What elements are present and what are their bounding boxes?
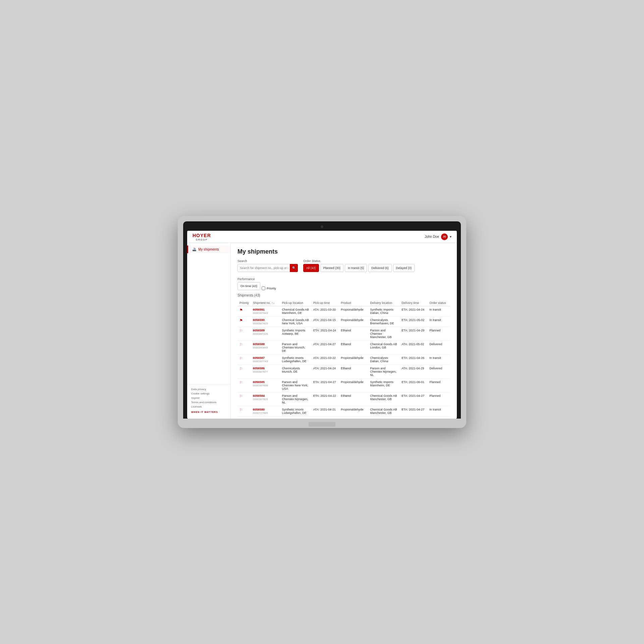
terms-link[interactable]: Terms and conditions — [191, 400, 226, 405]
filter-delayed[interactable]: Delayed (0) — [393, 264, 415, 272]
table-row: ⚑ 6056591 0000397843 Chemical Goods AB M… — [237, 306, 450, 317]
status-filters: All (43) Planned (30) In transit (5) Del… — [303, 264, 415, 272]
shipment-sub: 0000397825 — [253, 398, 268, 401]
shipments-table: Priority Shipment no. ↑↓ Pick-up locatio… — [237, 300, 450, 419]
cell-order-status: Planned — [427, 327, 450, 341]
cell-shipment-no: 6056585 0000397898 — [251, 379, 280, 392]
th-product: Product — [339, 300, 368, 306]
cell-shipment-no: 6056590 0000397825 — [251, 317, 280, 327]
shipment-link[interactable]: 6056579 — [253, 418, 278, 419]
filter-planned[interactable]: Planned (30) — [320, 264, 344, 272]
cell-product: Propionaldehyde — [339, 306, 368, 317]
cell-pickup-time: ETA: 2021-04-22 — [311, 417, 339, 419]
priority-flag-outline-icon: ⚐ — [239, 342, 243, 346]
priority-flag-outline-icon: ⚐ — [239, 418, 243, 419]
performance-section: Performance On time (43) Priority — [237, 277, 276, 290]
chevron-down-icon: ▾ — [450, 235, 451, 238]
th-delivery-time: Delivery time — [399, 300, 427, 306]
shipment-link[interactable]: 6056585 — [253, 380, 278, 384]
search-section: Search 🔍 — [237, 259, 298, 272]
cell-delivery-loc: Synthetic Imports Dalian, China — [368, 306, 399, 317]
shipment-link[interactable]: 6056586 — [253, 367, 278, 370]
cell-product: Propionaldehyde — [339, 406, 368, 417]
sidebar-item-my-shipments[interactable]: 🚢 My shipments — [187, 246, 230, 253]
cell-pickup-time: ETA: 2021-04-22 — [311, 392, 339, 406]
imprint-link[interactable]: Imprint — [191, 396, 226, 400]
logo-hoyer: HOYER — [193, 233, 211, 238]
cell-delivery-time: ETA: 2021-05-02 — [399, 317, 427, 327]
sidebar-nav: 🚢 My shipments — [187, 246, 230, 384]
shipment-link[interactable]: 6056589 — [253, 329, 278, 332]
user-avatar: JD — [441, 233, 448, 240]
cell-shipment-no: 6056586 0000397877 — [251, 365, 280, 379]
cell-delivery-time: ATA: 2021-04-29 — [399, 365, 427, 379]
th-order-status: Order status — [427, 300, 450, 306]
cell-pickup-time: ATA: 2021-03-20 — [311, 306, 339, 317]
main-content: My shipments Search 🔍 — [231, 243, 457, 419]
cell-product: Ethanol — [339, 327, 368, 341]
shipment-link[interactable]: 6056587 — [253, 356, 278, 360]
user-menu[interactable]: John Doe JD ▾ — [425, 233, 451, 240]
cell-delivery-time: ATA: 2021-05-02 — [399, 341, 427, 355]
page-title: My shipments — [237, 248, 450, 255]
sidebar-footer: Data privacy Cookie settings Imprint Ter… — [187, 384, 230, 416]
shipments-icon: 🚢 — [192, 248, 196, 251]
licenses-link[interactable]: Licenses — [191, 405, 226, 409]
cell-delivery-time: ETA: 2021-04-27 — [399, 406, 427, 417]
search-input[interactable] — [237, 264, 298, 272]
cell-priority: ⚑ — [237, 317, 251, 327]
table-row: ⚐ 6056588 0000393845 Parson and Chemiex … — [237, 341, 450, 355]
shipment-sub: 0000397898 — [253, 384, 268, 387]
cell-delivery-loc: Chemicalysts Bremerhaven, DE — [368, 317, 399, 327]
search-label: Search — [237, 259, 298, 263]
cookie-settings-link[interactable]: Cookie settings — [191, 391, 226, 396]
filter-on-time[interactable]: On time (43) — [237, 282, 260, 290]
cell-product: Ethanol — [339, 392, 368, 406]
shipment-link[interactable]: 6056580 — [253, 408, 278, 411]
shipment-sub: 0000397825 — [253, 322, 268, 325]
sidebar: 🚢 My shipments Data privacy Cookie setti… — [187, 243, 231, 419]
cell-pickup-loc: Synthetic Imorts Ludwigshafen, DE — [280, 406, 311, 417]
filter-all[interactable]: All (43) — [303, 264, 319, 272]
filter-delivered[interactable]: Delivered (6) — [368, 264, 392, 272]
cell-shipment-no: 6056579 0000397844 — [251, 417, 280, 419]
cell-delivery-loc: Chemicalysts Dalian, China — [368, 355, 399, 365]
filter-bar: Search 🔍 Order Status All (43) — [237, 259, 450, 290]
performance-label: Performance — [237, 277, 276, 281]
priority-flag-outline-icon: ⚐ — [239, 380, 243, 384]
cell-product: Ethanol — [339, 417, 368, 419]
table-row: ⚐ 6056587 0000397743 Synthetic Imorts Lu… — [237, 355, 450, 365]
shipment-link[interactable]: 6056590 — [253, 318, 278, 322]
cell-priority: ⚐ — [237, 341, 251, 355]
th-pickup-time: Pick-up time — [311, 300, 339, 306]
order-status-label: Order Status — [303, 259, 415, 263]
shipment-link[interactable]: 6056591 — [253, 308, 278, 311]
search-input-wrapper: 🔍 — [237, 264, 298, 272]
cell-delivery-loc: Chemical Goods AB Manchester, GB — [368, 406, 399, 417]
table-row: ⚐ 6056585 0000397898 Parson and Chemiex … — [237, 379, 450, 392]
cell-shipment-no: 6056591 0000397843 — [251, 306, 280, 317]
cell-order-status: In transit — [427, 355, 450, 365]
shipment-link[interactable]: 6056588 — [253, 342, 278, 346]
th-shipment-no[interactable]: Shipment no. ↑↓ — [251, 300, 280, 306]
cell-shipment-no: 6056588 0000393845 — [251, 341, 280, 355]
cell-priority: ⚐ — [237, 417, 251, 419]
cell-shipment-no: 6056584 0000397825 — [251, 392, 280, 406]
cell-order-status: Delivered — [427, 341, 450, 355]
cell-order-status: In transit — [427, 406, 450, 417]
cell-pickup-time: ATA: 2021-04-15 — [311, 317, 339, 327]
priority-checkbox[interactable] — [262, 286, 265, 290]
trackpad[interactable] — [309, 422, 335, 427]
cell-pickup-time: ETA: 2021-04-27 — [311, 379, 339, 392]
cell-order-status: Planned — [427, 392, 450, 406]
cell-order-status: Delivered — [427, 365, 450, 379]
cell-delivery-time: ETA: 2021-04-27 — [399, 417, 427, 419]
shipment-link[interactable]: 6056584 — [253, 394, 278, 397]
priority-flag-outline-icon: ⚐ — [239, 367, 243, 371]
camera — [321, 225, 323, 228]
table-row: ⚐ 6056584 0000397825 Parson and Chemiex … — [237, 392, 450, 406]
filter-in-transit[interactable]: In transit (5) — [345, 264, 367, 272]
data-privacy-link[interactable]: Data privacy — [191, 387, 226, 391]
search-button[interactable]: 🔍 — [290, 264, 298, 272]
cell-shipment-no: 6056589 0000397125 — [251, 327, 280, 341]
